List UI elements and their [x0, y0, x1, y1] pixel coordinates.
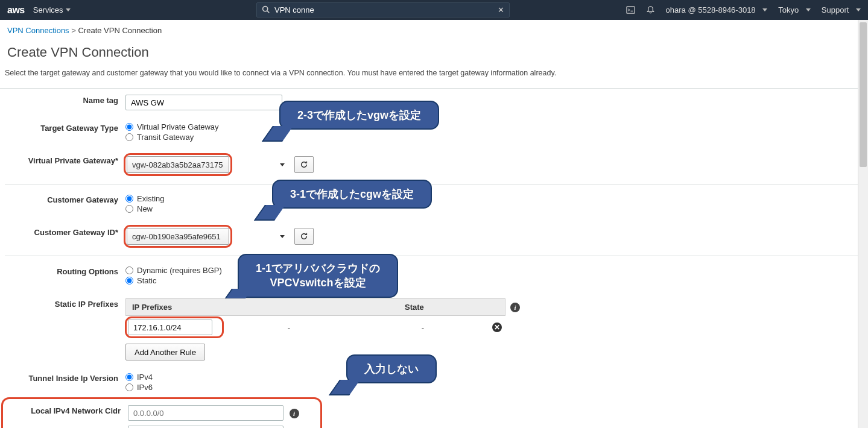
- vertical-scrollbar[interactable]: [858, 20, 868, 428]
- name-tag-input[interactable]: [125, 95, 282, 110]
- tunnel-inside-ip-version-label: Tunnel Inside Ip Version: [5, 373, 125, 383]
- static-ip-prefixes-label: Static IP Prefixes: [5, 298, 125, 309]
- svg-point-0: [263, 6, 268, 11]
- remote-ipv4-cidr-input[interactable]: [128, 426, 284, 428]
- prefix-header-ip: IP Prefixes: [132, 303, 325, 312]
- top-nav: aws Services ✕ ohara @ 5528-8946-3018 To…: [0, 0, 868, 20]
- remote-ipv4-cidr-label: Remote IPv4 Network Cidr: [5, 426, 128, 428]
- target-gateway-tgw-radio[interactable]: Transit Gateway: [125, 133, 863, 142]
- target-gateway-vpg-radio[interactable]: Virtual Private Gateway: [125, 122, 863, 131]
- search-icon: [262, 5, 270, 15]
- routing-options-label: Routing Options: [5, 266, 125, 276]
- static-prefix-table: IP Prefixes Source State i - - ✕: [125, 298, 505, 339]
- search-clear-icon[interactable]: ✕: [498, 5, 504, 14]
- customer-gateway-new-radio[interactable]: New: [125, 204, 863, 213]
- local-ipv4-cidr-input[interactable]: [128, 405, 284, 421]
- vpg-refresh-button[interactable]: [294, 156, 314, 173]
- annotation-do-not-input: 入力しない: [346, 354, 437, 383]
- aws-logo[interactable]: aws: [7, 5, 25, 16]
- caret-down-icon[interactable]: [280, 163, 285, 166]
- caret-down-icon: [856, 8, 861, 11]
- caret-down-icon: [66, 8, 71, 11]
- info-icon[interactable]: i: [290, 409, 299, 418]
- breadcrumb: VPN Connections > Create VPN Connection: [0, 20, 868, 41]
- annotation-cgw: 3-1で作成したcgwを設定: [272, 180, 432, 209]
- routing-dynamic-radio[interactable]: Dynamic (requires BGP): [125, 266, 863, 275]
- prefix-state-cell: -: [356, 323, 490, 332]
- local-ipv4-cidr-label: Local IPv4 Network Cidr: [5, 405, 128, 415]
- support-menu[interactable]: Support: [822, 5, 861, 14]
- virtual-private-gateway-label: Virtual Private Gateway*: [5, 155, 125, 165]
- prefix-source-cell: -: [222, 323, 356, 332]
- caret-down-icon: [806, 8, 811, 11]
- region-menu[interactable]: Tokyo: [778, 5, 811, 14]
- remove-prefix-icon[interactable]: ✕: [492, 323, 502, 332]
- cloudshell-icon[interactable]: [626, 5, 635, 14]
- breadcrumb-leaf: Create VPN Connection: [78, 26, 162, 35]
- virtual-private-gateway-dropdown[interactable]: vgw-082ab3a5b2aa73175: [127, 156, 229, 173]
- account-menu[interactable]: ohara @ 5528-8946-3018: [666, 5, 768, 14]
- annotation-vswitch: 1-1でアリババクラウドのVPCVswitchを設定: [238, 254, 398, 298]
- page-description: Select the target gateway and customer g…: [0, 69, 868, 89]
- caret-down-icon[interactable]: [280, 235, 285, 238]
- prefix-row: - - ✕: [125, 316, 505, 339]
- ipv4-radio[interactable]: IPv4: [125, 373, 863, 382]
- annotation-vgw: 2-3で作成したvgwを設定: [279, 101, 439, 130]
- customer-gateway-id-label: Customer Gateway ID*: [5, 227, 125, 237]
- svg-line-1: [267, 10, 269, 12]
- page-title: Create VPN Connection: [0, 41, 868, 69]
- cgw-refresh-button[interactable]: [294, 228, 314, 245]
- search-input[interactable]: [274, 5, 493, 14]
- breadcrumb-root[interactable]: VPN Connections: [7, 26, 69, 35]
- customer-gateway-id-dropdown[interactable]: cgw-0b190e3a95afe9651: [127, 228, 229, 245]
- global-search[interactable]: ✕: [256, 2, 510, 17]
- target-gateway-type-label: Target Gateway Type: [5, 122, 125, 133]
- add-another-rule-button[interactable]: Add Another Rule: [125, 344, 205, 360]
- customer-gateway-existing-radio[interactable]: Existing: [125, 194, 863, 203]
- name-tag-label: Name tag: [5, 95, 125, 105]
- info-icon[interactable]: i: [510, 303, 520, 312]
- caret-down-icon: [762, 8, 767, 11]
- customer-gateway-label: Customer Gateway: [5, 194, 125, 204]
- ipv6-radio[interactable]: IPv6: [125, 383, 863, 392]
- routing-static-radio[interactable]: Static: [125, 276, 863, 285]
- prefix-header-state: State: [405, 303, 484, 312]
- services-menu[interactable]: Services: [33, 5, 71, 14]
- notifications-icon[interactable]: [646, 5, 655, 14]
- svg-rect-2: [626, 7, 634, 13]
- prefix-cidr-input[interactable]: [128, 319, 212, 335]
